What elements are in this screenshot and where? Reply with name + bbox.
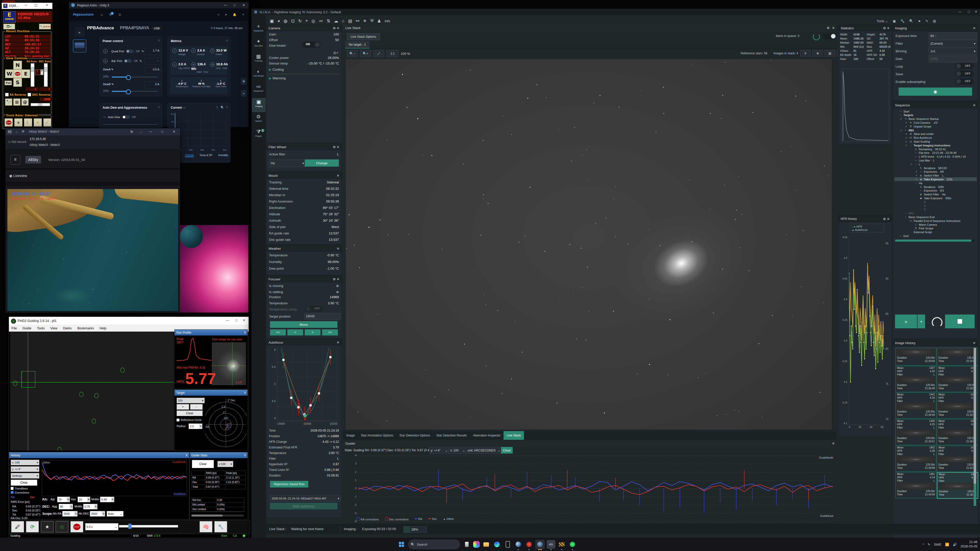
trendlines-checkbox[interactable]: Trendlines <box>11 487 28 490</box>
save-toggle[interactable]: OFF <box>955 71 974 77</box>
close-icon[interactable]: ✕ <box>337 174 339 178</box>
bulb-icon[interactable]: ☀ <box>363 18 367 24</box>
tray-network-icon[interactable]: 📶 <box>945 543 949 546</box>
sequence-item[interactable]: ⌁Exposures0/3 <box>894 189 977 192</box>
target-zoom-select[interactable]: 100▾ <box>177 398 205 403</box>
reprocess-button[interactable]: Reprocess Saved Run <box>270 481 308 487</box>
sequence-item[interactable]: ✓◎Start Guiding <box>894 140 977 143</box>
stop-sequence-button[interactable] <box>945 314 975 328</box>
sequence-item[interactable]: ◍Switch FilterHa <box>894 192 977 197</box>
tab-star-detection-options[interactable]: Star Detection Options <box>396 431 433 440</box>
ra-aggression-input[interactable]: 70 <box>57 497 70 502</box>
taskbar-widgets-icon[interactable] <box>463 540 471 549</box>
tray-pen-icon[interactable]: ✎ <box>928 543 931 546</box>
guide-camera-image[interactable] <box>10 332 174 451</box>
ra-hysteresis-input[interactable]: 10 <box>78 497 90 502</box>
camera-icon[interactable]: ▣ <box>270 18 274 24</box>
zoom-out-icon[interactable]: 🔍− <box>347 50 358 57</box>
max-dec-input[interactable]: 2500 <box>90 511 105 516</box>
sidebar-item-framing[interactable]: ▦Framing <box>252 53 265 66</box>
taskbar-explorer-icon[interactable] <box>482 540 490 549</box>
crosshair-icon[interactable]: ✛ <box>800 50 811 57</box>
track-solar-button[interactable]: ☀ <box>34 118 42 127</box>
help-icon[interactable]: ? <box>158 39 159 42</box>
dec-reverse-checkbox[interactable]: DEC Reverse <box>27 93 50 97</box>
chart-tab[interactable]: Temp & DP <box>200 154 213 157</box>
window-button[interactable]: ⊞ <box>13 98 21 106</box>
skip-options-button[interactable]: ▾ <box>918 314 925 328</box>
slew-south-button[interactable]: S <box>13 78 22 87</box>
stats-x-select[interactable]: x:100▾ <box>218 461 233 467</box>
taskbar-edge-icon[interactable] <box>493 540 501 549</box>
rotator-icon[interactable]: ↻ <box>298 18 302 24</box>
image-history-card[interactable]: Mean1452HFR4.28FilterLDuration120.00sTim… <box>896 446 936 472</box>
gear-icon[interactable]: ⚙ <box>333 26 336 30</box>
sequence-item[interactable]: ⋮Basic Sequence End <box>894 215 977 219</box>
tab-image[interactable]: Image <box>343 431 358 440</box>
image-history-card[interactable]: Mean1437HFR4.20FilterLDuration120.00sTim… <box>937 419 978 445</box>
sequence-item[interactable]: ↻Iterations58/120 <box>894 166 977 170</box>
eqmod-titlebar[interactable]: E EQM... — □ ✕ <box>2 3 52 9</box>
search-box[interactable]: 🔍Search <box>408 540 460 549</box>
sidebar-item-sequencer[interactable]: ≔Sequencer <box>252 83 265 97</box>
close-icon[interactable]: ✕ <box>337 26 339 30</box>
minimize-icon[interactable]: — <box>958 10 962 14</box>
camera-connect-button[interactable]: 🖉 <box>11 521 24 532</box>
allsky-live-image[interactable]: 20260305 21:45:47 Exposure: 30.0 sec (au… <box>7 189 178 311</box>
telescope-icon[interactable]: ⌖ <box>305 18 308 24</box>
sequence-item[interactable]: ◉Take Exposure300s <box>894 196 977 200</box>
sidebar-collapse-button[interactable]: » <box>74 27 84 37</box>
devices-icon[interactable]: ⚙1 <box>109 13 111 16</box>
sequencer-icon[interactable]: ≔ <box>319 18 323 24</box>
tab-star-detection-results[interactable]: Star Detection Results <box>433 431 470 440</box>
bell-icon[interactable]: 🔔 <box>233 13 236 16</box>
tray-language[interactable]: SWE <box>934 543 942 546</box>
gear-icon[interactable]: ⚙ <box>883 26 886 30</box>
sequence-item[interactable]: —End <box>894 234 977 238</box>
layout-icon[interactable]: ▤ <box>933 19 936 23</box>
sequence-item[interactable]: ↻Iterations0/80 <box>894 185 977 189</box>
history-settings-select[interactable]: Settings▾ <box>11 473 39 478</box>
taskbar-phd2-icon[interactable] <box>525 540 533 549</box>
dec-minmove-input[interactable]: 0.75 <box>83 504 97 510</box>
chart-tab[interactable]: Current <box>185 154 193 157</box>
menu-bookmarks[interactable]: Bookmarks <box>77 326 94 330</box>
max-ra-input[interactable]: 2500 <box>62 511 78 516</box>
binning-select[interactable]: 1x1▾ <box>929 48 977 55</box>
gear-icon[interactable]: ⚙ <box>333 277 336 281</box>
sequence-item[interactable]: External Script <box>894 230 977 234</box>
back-icon[interactable]: ← <box>15 130 18 133</box>
skip-button[interactable]: » <box>895 314 917 328</box>
pen-icon[interactable]: ✎ <box>925 19 928 23</box>
history-y-select[interactable]: y: +/-4"▾ <box>11 466 39 472</box>
settings-fab[interactable]: ⚙ <box>241 78 247 85</box>
image-history-card[interactable]: Mean1486HFR4.32FilterLDuration120.00sTim… <box>937 472 978 499</box>
exposure-time-input[interactable]: 60 s <box>929 32 977 40</box>
help-icon[interactable]: ? <box>158 106 159 109</box>
stop-button[interactable]: STOP <box>70 521 83 532</box>
sequence-item[interactable]: ○⋮L <box>894 162 977 166</box>
find-button[interactable]: 🔭 <box>5 98 12 106</box>
ra-minmove-input[interactable]: 0.49 <box>100 497 115 502</box>
hamburger-button[interactable]: ≡ <box>11 155 20 165</box>
close-icon[interactable]: ✕ <box>832 26 835 30</box>
target-position-input[interactable]: 15043 <box>304 313 341 320</box>
sequence-item[interactable]: ✓◍Switch FilterL <box>894 174 977 178</box>
wrench-button[interactable]: 🔧 <box>215 521 227 532</box>
sequence-item[interactable]: ○⌖M81 <box>894 128 977 132</box>
guider-icon[interactable]: ◎ <box>311 18 315 24</box>
star-icon[interactable]: ★ <box>918 19 921 23</box>
sequence-item[interactable]: ⌖M82 <box>894 211 977 215</box>
tab-aberration-inspector[interactable]: Aberration Inspector <box>470 431 504 440</box>
tray-expand-icon[interactable]: ^ <box>922 543 924 546</box>
pad-button[interactable]: Pad <box>5 81 12 85</box>
autodew-toggle[interactable] <box>122 115 130 119</box>
sequence-item[interactable]: —Start <box>894 110 977 113</box>
menu-view[interactable]: View <box>50 326 57 330</box>
sequence-item[interactable]: ✓❄Cool Camera-15° <box>894 121 977 124</box>
info-icon[interactable]: ♟ <box>377 18 381 24</box>
device-thumbnail[interactable] <box>73 39 86 52</box>
dewb-slider[interactable] <box>112 91 158 92</box>
start-button[interactable] <box>397 540 406 549</box>
edit-icon[interactable]: ✎ <box>142 50 144 53</box>
